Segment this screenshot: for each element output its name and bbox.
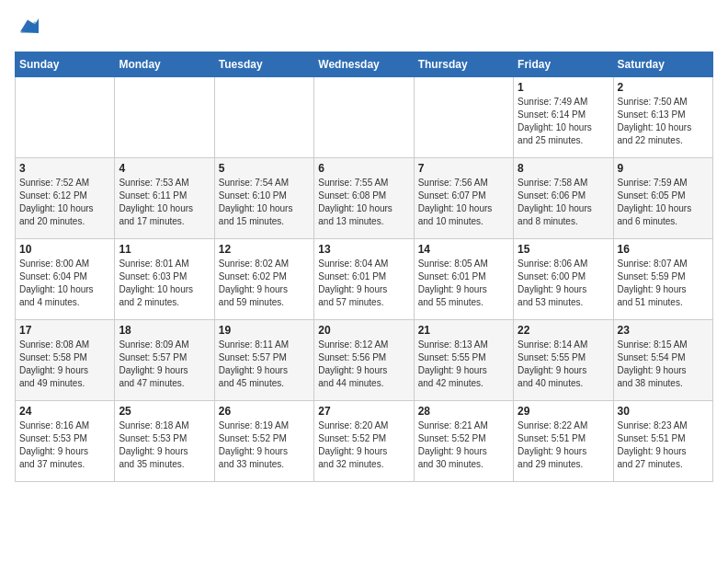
calendar-cell: 14Sunrise: 8:05 AM Sunset: 6:01 PM Dayli… xyxy=(414,239,513,320)
calendar-cell xyxy=(314,77,414,158)
day-number: 11 xyxy=(119,243,210,256)
day-info: Sunrise: 8:05 AM Sunset: 6:01 PM Dayligh… xyxy=(418,258,509,309)
day-info: Sunrise: 8:20 AM Sunset: 5:52 PM Dayligh… xyxy=(318,419,409,471)
calendar-cell: 5Sunrise: 7:54 AM Sunset: 6:10 PM Daylig… xyxy=(214,158,313,239)
day-number: 9 xyxy=(618,162,709,175)
day-info: Sunrise: 7:52 AM Sunset: 6:12 PM Dayligh… xyxy=(19,177,110,228)
logo-icon xyxy=(17,15,39,37)
calendar-cell: 2Sunrise: 7:50 AM Sunset: 6:13 PM Daylig… xyxy=(613,77,712,158)
calendar-table: SundayMondayTuesdayWednesdayThursdayFrid… xyxy=(15,52,713,482)
calendar-cell: 7Sunrise: 7:56 AM Sunset: 6:07 PM Daylig… xyxy=(414,158,513,239)
calendar-cell: 23Sunrise: 8:15 AM Sunset: 5:54 PM Dayli… xyxy=(613,320,712,401)
weekday-header-monday: Monday xyxy=(115,52,214,77)
calendar-cell: 18Sunrise: 8:09 AM Sunset: 5:57 PM Dayli… xyxy=(115,320,214,401)
day-number: 5 xyxy=(219,162,310,175)
calendar-cell: 11Sunrise: 8:01 AM Sunset: 6:03 PM Dayli… xyxy=(115,239,214,320)
day-number: 4 xyxy=(119,162,210,175)
calendar-cell: 12Sunrise: 8:02 AM Sunset: 6:02 PM Dayli… xyxy=(214,239,313,320)
calendar-cell: 15Sunrise: 8:06 AM Sunset: 6:00 PM Dayli… xyxy=(514,239,613,320)
calendar-cell: 30Sunrise: 8:23 AM Sunset: 5:51 PM Dayli… xyxy=(613,401,712,482)
day-info: Sunrise: 8:13 AM Sunset: 5:55 PM Dayligh… xyxy=(418,339,509,390)
calendar-cell: 21Sunrise: 8:13 AM Sunset: 5:55 PM Dayli… xyxy=(414,320,513,401)
weekday-header-saturday: Saturday xyxy=(613,52,712,77)
day-number: 28 xyxy=(418,405,509,418)
day-info: Sunrise: 8:00 AM Sunset: 6:04 PM Dayligh… xyxy=(19,258,110,309)
day-info: Sunrise: 8:01 AM Sunset: 6:03 PM Dayligh… xyxy=(119,258,210,309)
calendar-cell: 8Sunrise: 7:58 AM Sunset: 6:06 PM Daylig… xyxy=(514,158,613,239)
day-number: 6 xyxy=(318,162,409,175)
day-info: Sunrise: 8:23 AM Sunset: 5:51 PM Dayligh… xyxy=(618,419,709,471)
day-info: Sunrise: 8:02 AM Sunset: 6:02 PM Dayligh… xyxy=(219,258,310,309)
day-number: 26 xyxy=(219,405,310,418)
day-number: 12 xyxy=(219,243,310,256)
day-info: Sunrise: 8:18 AM Sunset: 5:53 PM Dayligh… xyxy=(119,419,210,471)
day-number: 10 xyxy=(19,243,110,256)
calendar-cell xyxy=(214,77,313,158)
day-info: Sunrise: 7:53 AM Sunset: 6:11 PM Dayligh… xyxy=(119,177,210,228)
day-info: Sunrise: 7:49 AM Sunset: 6:14 PM Dayligh… xyxy=(518,96,609,147)
day-number: 19 xyxy=(219,324,310,337)
day-info: Sunrise: 8:06 AM Sunset: 6:00 PM Dayligh… xyxy=(518,258,609,309)
day-number: 29 xyxy=(518,405,609,418)
day-info: Sunrise: 8:14 AM Sunset: 5:55 PM Dayligh… xyxy=(518,339,609,390)
day-number: 16 xyxy=(618,243,709,256)
day-number: 17 xyxy=(19,324,110,337)
logo xyxy=(15,15,39,40)
calendar-cell: 29Sunrise: 8:22 AM Sunset: 5:51 PM Dayli… xyxy=(514,401,613,482)
calendar-cell: 24Sunrise: 8:16 AM Sunset: 5:53 PM Dayli… xyxy=(16,401,115,482)
day-number: 14 xyxy=(418,243,509,256)
day-info: Sunrise: 7:50 AM Sunset: 6:13 PM Dayligh… xyxy=(618,96,709,147)
calendar-cell: 27Sunrise: 8:20 AM Sunset: 5:52 PM Dayli… xyxy=(314,401,414,482)
weekday-header-friday: Friday xyxy=(514,52,613,77)
day-info: Sunrise: 8:16 AM Sunset: 5:53 PM Dayligh… xyxy=(19,419,110,471)
calendar-cell: 20Sunrise: 8:12 AM Sunset: 5:56 PM Dayli… xyxy=(314,320,414,401)
day-info: Sunrise: 8:08 AM Sunset: 5:58 PM Dayligh… xyxy=(19,339,110,390)
day-info: Sunrise: 7:56 AM Sunset: 6:07 PM Dayligh… xyxy=(418,177,509,228)
day-number: 15 xyxy=(518,243,609,256)
day-info: Sunrise: 8:12 AM Sunset: 5:56 PM Dayligh… xyxy=(318,339,409,390)
calendar-cell: 25Sunrise: 8:18 AM Sunset: 5:53 PM Dayli… xyxy=(115,401,214,482)
day-info: Sunrise: 8:07 AM Sunset: 5:59 PM Dayligh… xyxy=(618,258,709,309)
calendar-cell: 22Sunrise: 8:14 AM Sunset: 5:55 PM Dayli… xyxy=(514,320,613,401)
day-number: 21 xyxy=(418,324,509,337)
weekday-header-tuesday: Tuesday xyxy=(214,52,313,77)
day-number: 18 xyxy=(119,324,210,337)
day-number: 27 xyxy=(318,405,409,418)
calendar-cell: 16Sunrise: 8:07 AM Sunset: 5:59 PM Dayli… xyxy=(613,239,712,320)
day-info: Sunrise: 7:55 AM Sunset: 6:08 PM Dayligh… xyxy=(318,177,409,228)
day-number: 25 xyxy=(119,405,210,418)
calendar-cell: 17Sunrise: 8:08 AM Sunset: 5:58 PM Dayli… xyxy=(16,320,115,401)
calendar-cell: 19Sunrise: 8:11 AM Sunset: 5:57 PM Dayli… xyxy=(214,320,313,401)
day-info: Sunrise: 7:58 AM Sunset: 6:06 PM Dayligh… xyxy=(518,177,609,228)
calendar-cell: 13Sunrise: 8:04 AM Sunset: 6:01 PM Dayli… xyxy=(314,239,414,320)
calendar-cell: 26Sunrise: 8:19 AM Sunset: 5:52 PM Dayli… xyxy=(214,401,313,482)
day-number: 1 xyxy=(518,81,609,94)
calendar-cell: 10Sunrise: 8:00 AM Sunset: 6:04 PM Dayli… xyxy=(16,239,115,320)
calendar-cell: 28Sunrise: 8:21 AM Sunset: 5:52 PM Dayli… xyxy=(414,401,513,482)
calendar-cell: 3Sunrise: 7:52 AM Sunset: 6:12 PM Daylig… xyxy=(16,158,115,239)
calendar-cell xyxy=(414,77,513,158)
calendar-cell xyxy=(16,77,115,158)
day-info: Sunrise: 8:09 AM Sunset: 5:57 PM Dayligh… xyxy=(119,339,210,390)
day-number: 23 xyxy=(618,324,709,337)
weekday-header-thursday: Thursday xyxy=(414,52,513,77)
day-info: Sunrise: 8:22 AM Sunset: 5:51 PM Dayligh… xyxy=(518,419,609,471)
day-number: 3 xyxy=(19,162,110,175)
weekday-header-sunday: Sunday xyxy=(16,52,115,77)
calendar-cell: 9Sunrise: 7:59 AM Sunset: 6:05 PM Daylig… xyxy=(613,158,712,239)
day-number: 13 xyxy=(318,243,409,256)
calendar-cell: 4Sunrise: 7:53 AM Sunset: 6:11 PM Daylig… xyxy=(115,158,214,239)
day-number: 2 xyxy=(618,81,709,94)
day-number: 24 xyxy=(19,405,110,418)
calendar-cell: 6Sunrise: 7:55 AM Sunset: 6:08 PM Daylig… xyxy=(314,158,414,239)
day-number: 7 xyxy=(418,162,509,175)
calendar-cell: 1Sunrise: 7:49 AM Sunset: 6:14 PM Daylig… xyxy=(514,77,613,158)
day-info: Sunrise: 8:11 AM Sunset: 5:57 PM Dayligh… xyxy=(219,339,310,390)
day-info: Sunrise: 8:15 AM Sunset: 5:54 PM Dayligh… xyxy=(618,339,709,390)
day-info: Sunrise: 8:19 AM Sunset: 5:52 PM Dayligh… xyxy=(219,419,310,471)
day-info: Sunrise: 8:21 AM Sunset: 5:52 PM Dayligh… xyxy=(418,419,509,471)
day-number: 8 xyxy=(518,162,609,175)
day-info: Sunrise: 8:04 AM Sunset: 6:01 PM Dayligh… xyxy=(318,258,409,309)
day-number: 20 xyxy=(318,324,409,337)
calendar-cell xyxy=(115,77,214,158)
